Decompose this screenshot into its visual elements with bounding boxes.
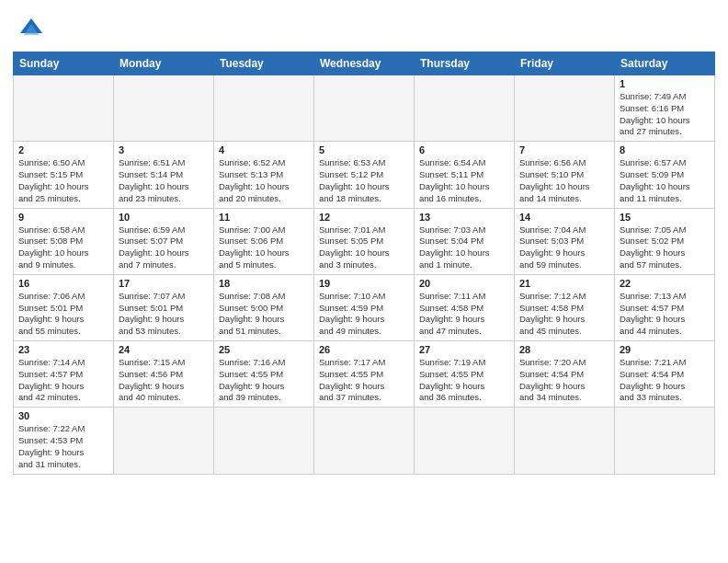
calendar-cell: 29Sunrise: 7:21 AM Sunset: 4:54 PM Dayli… [615,341,715,408]
calendar-cell [114,75,214,142]
day-number: 19 [319,278,409,289]
week-row-6: 30Sunrise: 7:22 AM Sunset: 4:53 PM Dayli… [14,408,715,474]
calendar-cell: 28Sunrise: 7:20 AM Sunset: 4:54 PM Dayli… [515,341,615,408]
calendar-cell: 18Sunrise: 7:08 AM Sunset: 5:00 PM Dayli… [214,274,314,340]
weekday-saturday: Saturday [615,52,715,75]
logo [13,15,46,44]
day-number: 1 [620,78,710,89]
calendar-cell [314,408,415,474]
day-info: Sunrise: 6:58 AM Sunset: 5:08 PM Dayligh… [18,224,108,271]
day-info: Sunrise: 7:17 AM Sunset: 4:55 PM Dayligh… [319,357,409,404]
calendar-cell: 7Sunrise: 6:56 AM Sunset: 5:10 PM Daylig… [515,142,615,208]
day-number: 29 [620,344,710,355]
page: SundayMondayTuesdayWednesdayThursdayFrid… [0,0,728,563]
week-row-5: 23Sunrise: 7:14 AM Sunset: 4:57 PM Dayli… [14,341,715,408]
day-info: Sunrise: 7:11 AM Sunset: 4:58 PM Dayligh… [419,291,509,338]
day-number: 8 [620,144,710,155]
calendar-cell: 9Sunrise: 6:58 AM Sunset: 5:08 PM Daylig… [14,208,114,274]
day-number: 13 [419,212,509,223]
day-number: 20 [419,278,509,289]
calendar-cell: 1Sunrise: 7:49 AM Sunset: 6:16 PM Daylig… [615,75,715,142]
day-number: 4 [219,144,309,155]
day-number: 15 [620,212,710,223]
calendar-cell: 11Sunrise: 7:00 AM Sunset: 5:06 PM Dayli… [214,208,314,274]
weekday-friday: Friday [515,52,615,75]
calendar-cell: 22Sunrise: 7:13 AM Sunset: 4:57 PM Dayli… [615,274,715,340]
day-number: 26 [319,344,409,355]
weekday-monday: Monday [114,52,214,75]
day-number: 23 [18,344,108,355]
calendar-cell: 24Sunrise: 7:15 AM Sunset: 4:56 PM Dayli… [114,341,214,408]
day-info: Sunrise: 7:15 AM Sunset: 4:56 PM Dayligh… [119,357,209,404]
calendar-cell: 26Sunrise: 7:17 AM Sunset: 4:55 PM Dayli… [314,341,415,408]
day-info: Sunrise: 6:52 AM Sunset: 5:13 PM Dayligh… [219,157,309,204]
calendar: SundayMondayTuesdayWednesdayThursdayFrid… [13,52,715,475]
weekday-header-row: SundayMondayTuesdayWednesdayThursdayFrid… [14,52,715,75]
day-info: Sunrise: 7:21 AM Sunset: 4:54 PM Dayligh… [620,357,710,404]
calendar-cell [515,408,615,474]
calendar-cell: 5Sunrise: 6:53 AM Sunset: 5:12 PM Daylig… [314,142,415,208]
header [13,9,715,44]
calendar-cell [114,408,214,474]
day-number: 17 [119,278,209,289]
day-info: Sunrise: 7:13 AM Sunset: 4:57 PM Dayligh… [620,291,710,338]
calendar-cell: 23Sunrise: 7:14 AM Sunset: 4:57 PM Dayli… [14,341,114,408]
calendar-cell [415,408,515,474]
calendar-cell: 21Sunrise: 7:12 AM Sunset: 4:58 PM Dayli… [515,274,615,340]
calendar-cell: 4Sunrise: 6:52 AM Sunset: 5:13 PM Daylig… [214,142,314,208]
day-number: 11 [219,212,309,223]
day-info: Sunrise: 6:56 AM Sunset: 5:10 PM Dayligh… [519,157,609,204]
day-info: Sunrise: 7:07 AM Sunset: 5:01 PM Dayligh… [119,291,209,338]
day-info: Sunrise: 7:20 AM Sunset: 4:54 PM Dayligh… [519,357,609,404]
calendar-cell: 27Sunrise: 7:19 AM Sunset: 4:55 PM Dayli… [415,341,515,408]
day-info: Sunrise: 7:49 AM Sunset: 6:16 PM Dayligh… [620,91,710,138]
calendar-cell: 3Sunrise: 6:51 AM Sunset: 5:14 PM Daylig… [114,142,214,208]
calendar-cell: 13Sunrise: 7:03 AM Sunset: 5:04 PM Dayli… [415,208,515,274]
day-number: 6 [419,144,509,155]
day-info: Sunrise: 7:03 AM Sunset: 5:04 PM Dayligh… [419,224,509,271]
day-number: 10 [119,212,209,223]
day-number: 16 [18,278,108,289]
day-info: Sunrise: 6:53 AM Sunset: 5:12 PM Dayligh… [319,157,409,204]
day-number: 25 [219,344,309,355]
calendar-cell: 16Sunrise: 7:06 AM Sunset: 5:01 PM Dayli… [14,274,114,340]
calendar-cell [314,75,415,142]
weekday-sunday: Sunday [14,52,114,75]
day-number: 18 [219,278,309,289]
week-row-3: 9Sunrise: 6:58 AM Sunset: 5:08 PM Daylig… [14,208,715,274]
day-info: Sunrise: 6:54 AM Sunset: 5:11 PM Dayligh… [419,157,509,204]
calendar-cell [615,408,715,474]
day-number: 24 [119,344,209,355]
week-row-1: 1Sunrise: 7:49 AM Sunset: 6:16 PM Daylig… [14,75,715,142]
day-info: Sunrise: 6:57 AM Sunset: 5:09 PM Dayligh… [620,157,710,204]
calendar-cell: 14Sunrise: 7:04 AM Sunset: 5:03 PM Dayli… [515,208,615,274]
logo-icon [17,15,46,44]
week-row-4: 16Sunrise: 7:06 AM Sunset: 5:01 PM Dayli… [14,274,715,340]
calendar-cell [214,408,314,474]
calendar-cell: 12Sunrise: 7:01 AM Sunset: 5:05 PM Dayli… [314,208,415,274]
calendar-cell: 6Sunrise: 6:54 AM Sunset: 5:11 PM Daylig… [415,142,515,208]
calendar-cell [415,75,515,142]
calendar-cell [214,75,314,142]
day-info: Sunrise: 7:14 AM Sunset: 4:57 PM Dayligh… [18,357,108,404]
calendar-cell: 20Sunrise: 7:11 AM Sunset: 4:58 PM Dayli… [415,274,515,340]
day-info: Sunrise: 7:16 AM Sunset: 4:55 PM Dayligh… [219,357,309,404]
day-info: Sunrise: 6:50 AM Sunset: 5:15 PM Dayligh… [18,157,108,204]
calendar-cell: 10Sunrise: 6:59 AM Sunset: 5:07 PM Dayli… [114,208,214,274]
weekday-thursday: Thursday [415,52,515,75]
day-number: 14 [519,212,609,223]
day-info: Sunrise: 7:22 AM Sunset: 4:53 PM Dayligh… [18,423,108,470]
calendar-cell: 30Sunrise: 7:22 AM Sunset: 4:53 PM Dayli… [14,408,114,474]
day-info: Sunrise: 7:00 AM Sunset: 5:06 PM Dayligh… [219,224,309,271]
day-number: 9 [18,212,108,223]
calendar-cell: 2Sunrise: 6:50 AM Sunset: 5:15 PM Daylig… [14,142,114,208]
calendar-cell: 15Sunrise: 7:05 AM Sunset: 5:02 PM Dayli… [615,208,715,274]
week-row-2: 2Sunrise: 6:50 AM Sunset: 5:15 PM Daylig… [14,142,715,208]
calendar-cell: 8Sunrise: 6:57 AM Sunset: 5:09 PM Daylig… [615,142,715,208]
day-info: Sunrise: 7:01 AM Sunset: 5:05 PM Dayligh… [319,224,409,271]
weekday-tuesday: Tuesday [214,52,314,75]
day-number: 2 [18,144,108,155]
day-number: 30 [18,410,108,421]
weekday-wednesday: Wednesday [314,52,415,75]
day-info: Sunrise: 7:06 AM Sunset: 5:01 PM Dayligh… [18,291,108,338]
